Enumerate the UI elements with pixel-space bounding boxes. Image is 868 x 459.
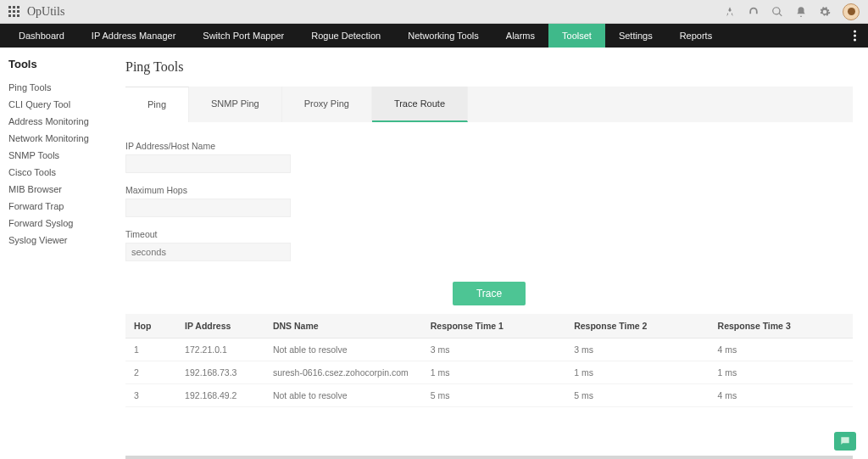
cell-r1: 3 ms [422, 339, 565, 361]
svg-rect-0 [8, 6, 11, 8]
nav-more-icon[interactable] [847, 24, 863, 48]
nav-ip-address-manager[interactable]: IP Address Manager [78, 24, 189, 48]
rocket-icon[interactable] [724, 6, 736, 18]
table-row: 3 192.168.49.2 Not able to resolve 5 ms … [125, 384, 853, 407]
cell-r3: 4 ms [709, 339, 853, 361]
sidebar-item-forward-syslog[interactable]: Forward Syslog [8, 215, 102, 232]
table-row: 2 192.168.73.3 suresh-0616.csez.zohocorp… [125, 361, 853, 384]
hops-label: Maximum Hops [125, 185, 853, 195]
cell-dns: Not able to resolve [264, 384, 422, 407]
th-ip: IP Address [176, 314, 264, 339]
cell-r2: 3 ms [565, 339, 709, 361]
nav-reports[interactable]: Reports [666, 24, 726, 48]
nav-toolset[interactable]: Toolset [548, 24, 605, 48]
svg-rect-4 [13, 10, 15, 13]
cell-ip: 172.21.0.1 [176, 339, 264, 361]
tab-filler [468, 87, 853, 122]
svg-rect-7 [13, 14, 15, 17]
sidebar-title: Tools [8, 58, 102, 70]
trace-table: Hop IP Address DNS Name Response Time 1 … [125, 314, 853, 407]
search-icon[interactable] [771, 6, 783, 18]
apps-grid-icon[interactable] [8, 6, 20, 18]
sidebar-item-ping-tools[interactable]: Ping Tools [8, 79, 102, 96]
sidebar-item-cisco-tools[interactable]: Cisco Tools [8, 164, 102, 181]
bell-icon[interactable] [795, 6, 807, 18]
sidebar-item-cli-query-tool[interactable]: CLI Query Tool [8, 96, 102, 113]
svg-point-10 [854, 35, 856, 37]
sidebar-item-mib-browser[interactable]: MIB Browser [8, 181, 102, 198]
cell-hop: 2 [125, 361, 176, 384]
tab-trace-route[interactable]: Trace Route [372, 87, 468, 122]
main-content: Ping Tools Ping SNMP Ping Proxy Ping Tra… [110, 48, 868, 459]
svg-point-9 [854, 31, 856, 33]
nav-rogue-detection[interactable]: Rogue Detection [298, 24, 394, 48]
hops-input[interactable] [125, 199, 291, 217]
cell-dns: Not able to resolve [264, 339, 422, 361]
chat-icon[interactable] [834, 432, 856, 451]
table-row: 1 172.21.0.1 Not able to resolve 3 ms 3 … [125, 339, 853, 361]
tab-proxy-ping[interactable]: Proxy Ping [282, 87, 372, 122]
nav-settings[interactable]: Settings [605, 24, 666, 48]
cell-r1: 1 ms [422, 361, 565, 384]
sidebar: Tools Ping Tools CLI Query Tool Address … [0, 48, 110, 459]
avatar[interactable] [843, 3, 860, 20]
sidebar-item-syslog-viewer[interactable]: Syslog Viewer [8, 232, 102, 249]
timeout-input[interactable] [125, 243, 291, 261]
nav-dashboard[interactable]: Dashboard [5, 24, 78, 48]
cell-r2: 5 ms [565, 384, 709, 407]
headset-icon[interactable] [748, 6, 760, 18]
th-r2: Response Time 2 [565, 314, 709, 339]
cell-ip: 192.168.49.2 [176, 384, 264, 407]
tab-row: Ping SNMP Ping Proxy Ping Trace Route [125, 87, 853, 122]
th-hop: Hop [125, 314, 176, 339]
tab-snmp-ping[interactable]: SNMP Ping [189, 87, 282, 122]
cell-r3: 4 ms [709, 384, 853, 407]
svg-rect-8 [17, 14, 19, 17]
sidebar-item-network-monitoring[interactable]: Network Monitoring [8, 130, 102, 147]
tab-ping[interactable]: Ping [125, 87, 189, 122]
cell-ip: 192.168.73.3 [176, 361, 264, 384]
th-r1: Response Time 1 [422, 314, 565, 339]
top-nav: Dashboard IP Address Manager Switch Port… [0, 24, 868, 48]
cell-dns: suresh-0616.csez.zohocorpin.com [264, 361, 422, 384]
sidebar-item-snmp-tools[interactable]: SNMP Tools [8, 147, 102, 164]
top-actions [724, 3, 860, 20]
cell-r2: 1 ms [565, 361, 709, 384]
th-dns: DNS Name [264, 314, 422, 339]
svg-rect-2 [17, 6, 19, 8]
cell-r1: 5 ms [422, 384, 565, 407]
nav-switch-port-mapper[interactable]: Switch Port Mapper [189, 24, 298, 48]
cell-r3: 1 ms [709, 361, 853, 384]
gear-icon[interactable] [819, 6, 831, 18]
svg-point-11 [854, 39, 856, 42]
brand-name: OpUtils [27, 5, 64, 19]
nav-networking-tools[interactable]: Networking Tools [394, 24, 492, 48]
sidebar-item-address-monitoring[interactable]: Address Monitoring [8, 113, 102, 130]
svg-rect-5 [17, 10, 19, 13]
svg-rect-1 [13, 6, 15, 8]
page-title: Ping Tools [125, 59, 853, 75]
nav-alarms[interactable]: Alarms [492, 24, 548, 48]
sidebar-item-forward-trap[interactable]: Forward Trap [8, 198, 102, 215]
horizontal-scrollbar[interactable] [125, 456, 853, 459]
svg-rect-3 [8, 10, 11, 13]
svg-rect-6 [8, 14, 11, 17]
th-r3: Response Time 3 [709, 314, 853, 339]
ip-label: IP Address/Host Name [125, 141, 853, 151]
cell-hop: 3 [125, 384, 176, 407]
cell-hop: 1 [125, 339, 176, 361]
trace-button[interactable]: Trace [453, 282, 526, 305]
timeout-label: Timeout [125, 229, 853, 239]
top-header: OpUtils [0, 0, 868, 24]
ip-input[interactable] [125, 154, 291, 173]
